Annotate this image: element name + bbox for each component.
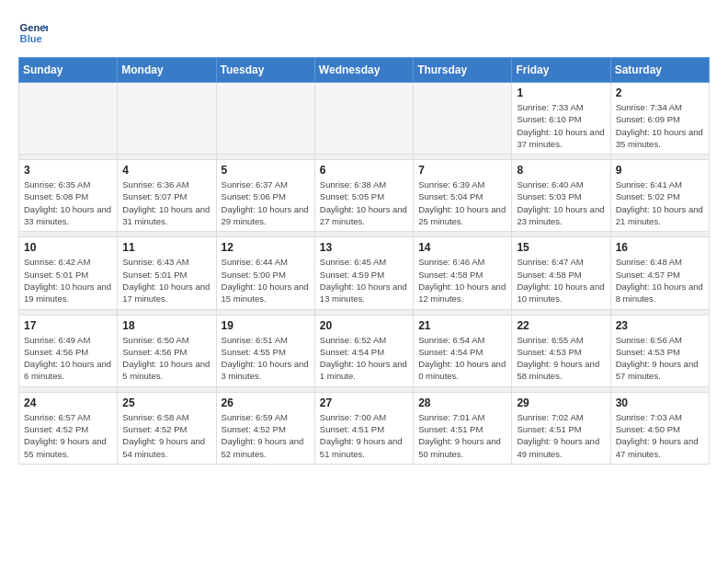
day-info: Sunrise: 6:39 AM Sunset: 5:04 PM Dayligh… bbox=[418, 178, 506, 227]
day-number: 24 bbox=[24, 396, 112, 409]
day-info: Sunrise: 6:54 AM Sunset: 4:54 PM Dayligh… bbox=[418, 334, 506, 383]
calendar-cell bbox=[414, 83, 512, 155]
calendar-cell: 30Sunrise: 7:03 AM Sunset: 4:50 PM Dayli… bbox=[610, 392, 709, 464]
calendar-cell: 25Sunrise: 6:58 AM Sunset: 4:52 PM Dayli… bbox=[118, 392, 216, 464]
weekday-header: Sunday bbox=[19, 58, 118, 83]
day-info: Sunrise: 7:03 AM Sunset: 4:50 PM Dayligh… bbox=[616, 411, 704, 460]
calendar-cell: 24Sunrise: 6:57 AM Sunset: 4:52 PM Dayli… bbox=[19, 392, 118, 464]
calendar-cell: 27Sunrise: 7:00 AM Sunset: 4:51 PM Dayli… bbox=[314, 392, 413, 464]
calendar-cell: 21Sunrise: 6:54 AM Sunset: 4:54 PM Dayli… bbox=[414, 315, 512, 386]
day-number: 1 bbox=[517, 86, 605, 99]
day-info: Sunrise: 6:41 AM Sunset: 5:02 PM Dayligh… bbox=[616, 178, 704, 227]
day-info: Sunrise: 6:57 AM Sunset: 4:52 PM Dayligh… bbox=[24, 411, 112, 460]
day-number: 14 bbox=[418, 241, 506, 254]
calendar: SundayMondayTuesdayWednesdayThursdayFrid… bbox=[18, 57, 710, 465]
day-number: 10 bbox=[24, 241, 112, 254]
calendar-cell bbox=[19, 83, 118, 155]
calendar-cell bbox=[118, 83, 216, 155]
logo: General Blue bbox=[18, 18, 51, 48]
day-number: 3 bbox=[24, 164, 112, 177]
day-info: Sunrise: 6:36 AM Sunset: 5:07 PM Dayligh… bbox=[122, 178, 210, 227]
day-number: 19 bbox=[222, 319, 310, 332]
day-info: Sunrise: 6:35 AM Sunset: 5:08 PM Dayligh… bbox=[24, 178, 112, 227]
day-number: 23 bbox=[616, 319, 704, 332]
day-number: 18 bbox=[122, 319, 210, 332]
day-info: Sunrise: 6:56 AM Sunset: 4:53 PM Dayligh… bbox=[616, 334, 704, 383]
day-info: Sunrise: 7:33 AM Sunset: 6:10 PM Dayligh… bbox=[517, 101, 605, 150]
day-number: 16 bbox=[616, 241, 704, 254]
day-info: Sunrise: 6:45 AM Sunset: 4:59 PM Dayligh… bbox=[320, 256, 408, 304]
logo-icon: General Blue bbox=[18, 18, 48, 48]
day-number: 20 bbox=[320, 319, 408, 332]
week-row: 1Sunrise: 7:33 AM Sunset: 6:10 PM Daylig… bbox=[19, 83, 710, 155]
calendar-cell: 2Sunrise: 7:34 AM Sunset: 6:09 PM Daylig… bbox=[610, 83, 709, 155]
day-info: Sunrise: 6:50 AM Sunset: 4:56 PM Dayligh… bbox=[122, 334, 210, 383]
calendar-cell: 6Sunrise: 6:38 AM Sunset: 5:05 PM Daylig… bbox=[314, 160, 413, 232]
calendar-cell: 3Sunrise: 6:35 AM Sunset: 5:08 PM Daylig… bbox=[19, 160, 118, 232]
calendar-cell: 10Sunrise: 6:42 AM Sunset: 5:01 PM Dayli… bbox=[19, 237, 118, 309]
calendar-cell bbox=[216, 83, 314, 155]
calendar-cell: 13Sunrise: 6:45 AM Sunset: 4:59 PM Dayli… bbox=[314, 237, 413, 309]
calendar-cell: 23Sunrise: 6:56 AM Sunset: 4:53 PM Dayli… bbox=[610, 315, 709, 386]
day-number: 27 bbox=[320, 396, 408, 409]
day-number: 29 bbox=[517, 396, 605, 409]
weekday-header: Monday bbox=[118, 58, 216, 83]
calendar-cell: 5Sunrise: 6:37 AM Sunset: 5:06 PM Daylig… bbox=[216, 160, 314, 232]
day-info: Sunrise: 6:51 AM Sunset: 4:55 PM Dayligh… bbox=[222, 334, 310, 383]
calendar-cell: 1Sunrise: 7:33 AM Sunset: 6:10 PM Daylig… bbox=[512, 83, 610, 155]
day-info: Sunrise: 6:40 AM Sunset: 5:03 PM Dayligh… bbox=[517, 178, 605, 227]
calendar-cell: 9Sunrise: 6:41 AM Sunset: 5:02 PM Daylig… bbox=[610, 160, 709, 232]
day-info: Sunrise: 7:00 AM Sunset: 4:51 PM Dayligh… bbox=[320, 411, 408, 460]
day-info: Sunrise: 6:46 AM Sunset: 4:58 PM Dayligh… bbox=[418, 256, 506, 304]
day-info: Sunrise: 7:34 AM Sunset: 6:09 PM Dayligh… bbox=[616, 101, 704, 150]
day-info: Sunrise: 6:43 AM Sunset: 5:01 PM Dayligh… bbox=[122, 256, 210, 304]
calendar-cell: 16Sunrise: 6:48 AM Sunset: 4:57 PM Dayli… bbox=[610, 237, 709, 309]
day-number: 11 bbox=[122, 241, 210, 254]
day-info: Sunrise: 6:48 AM Sunset: 4:57 PM Dayligh… bbox=[616, 256, 704, 304]
svg-text:Blue: Blue bbox=[20, 33, 42, 44]
calendar-cell bbox=[314, 83, 413, 155]
day-number: 13 bbox=[320, 241, 408, 254]
weekday-header: Thursday bbox=[414, 58, 512, 83]
day-info: Sunrise: 7:01 AM Sunset: 4:51 PM Dayligh… bbox=[418, 411, 506, 460]
weekday-header: Friday bbox=[512, 58, 610, 83]
calendar-cell: 14Sunrise: 6:46 AM Sunset: 4:58 PM Dayli… bbox=[414, 237, 512, 309]
calendar-cell: 12Sunrise: 6:44 AM Sunset: 5:00 PM Dayli… bbox=[216, 237, 314, 309]
weekday-header: Wednesday bbox=[314, 58, 413, 83]
day-number: 12 bbox=[222, 241, 310, 254]
day-number: 7 bbox=[418, 164, 506, 177]
week-row: 24Sunrise: 6:57 AM Sunset: 4:52 PM Dayli… bbox=[19, 392, 710, 464]
day-number: 8 bbox=[517, 164, 605, 177]
week-row: 10Sunrise: 6:42 AM Sunset: 5:01 PM Dayli… bbox=[19, 237, 710, 309]
calendar-cell: 28Sunrise: 7:01 AM Sunset: 4:51 PM Dayli… bbox=[414, 392, 512, 464]
calendar-cell: 19Sunrise: 6:51 AM Sunset: 4:55 PM Dayli… bbox=[216, 315, 314, 386]
calendar-cell: 15Sunrise: 6:47 AM Sunset: 4:58 PM Dayli… bbox=[512, 237, 610, 309]
calendar-cell: 20Sunrise: 6:52 AM Sunset: 4:54 PM Dayli… bbox=[314, 315, 413, 386]
day-info: Sunrise: 6:38 AM Sunset: 5:05 PM Dayligh… bbox=[320, 178, 408, 227]
day-number: 4 bbox=[122, 164, 210, 177]
header: General Blue bbox=[18, 18, 710, 48]
day-number: 17 bbox=[24, 319, 112, 332]
day-info: Sunrise: 6:49 AM Sunset: 4:56 PM Dayligh… bbox=[24, 334, 112, 383]
calendar-cell: 29Sunrise: 7:02 AM Sunset: 4:51 PM Dayli… bbox=[512, 392, 610, 464]
day-info: Sunrise: 6:58 AM Sunset: 4:52 PM Dayligh… bbox=[122, 411, 210, 460]
day-number: 9 bbox=[616, 164, 704, 177]
calendar-cell: 8Sunrise: 6:40 AM Sunset: 5:03 PM Daylig… bbox=[512, 160, 610, 232]
day-info: Sunrise: 6:42 AM Sunset: 5:01 PM Dayligh… bbox=[24, 256, 112, 304]
day-number: 30 bbox=[616, 396, 704, 409]
calendar-cell: 17Sunrise: 6:49 AM Sunset: 4:56 PM Dayli… bbox=[19, 315, 118, 386]
week-row: 3Sunrise: 6:35 AM Sunset: 5:08 PM Daylig… bbox=[19, 160, 710, 232]
calendar-cell: 7Sunrise: 6:39 AM Sunset: 5:04 PM Daylig… bbox=[414, 160, 512, 232]
day-number: 15 bbox=[517, 241, 605, 254]
day-number: 6 bbox=[320, 164, 408, 177]
day-info: Sunrise: 7:02 AM Sunset: 4:51 PM Dayligh… bbox=[517, 411, 605, 460]
day-number: 22 bbox=[517, 319, 605, 332]
calendar-cell: 26Sunrise: 6:59 AM Sunset: 4:52 PM Dayli… bbox=[216, 392, 314, 464]
day-number: 28 bbox=[418, 396, 506, 409]
calendar-cell: 4Sunrise: 6:36 AM Sunset: 5:07 PM Daylig… bbox=[118, 160, 216, 232]
day-number: 25 bbox=[122, 396, 210, 409]
day-info: Sunrise: 6:59 AM Sunset: 4:52 PM Dayligh… bbox=[222, 411, 310, 460]
day-number: 21 bbox=[418, 319, 506, 332]
weekday-header: Saturday bbox=[610, 58, 709, 83]
day-info: Sunrise: 6:55 AM Sunset: 4:53 PM Dayligh… bbox=[517, 334, 605, 383]
